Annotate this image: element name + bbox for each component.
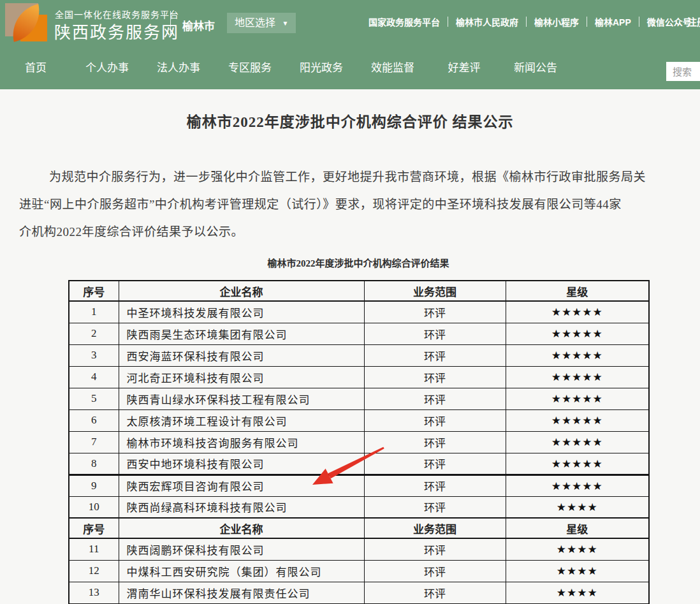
top-links: 国家政务服务平台榆林市人民政府榆林小程序榆林APP微信公众号 [368,15,692,28]
company-name: 太原核清环境工程设计有限公司 [119,409,364,431]
site-header: 全国一体化在线政务服务平台 陕西政务服务网 榆林市 地区选择 ▼ 国家政务服务平… [0,0,700,89]
table-row: 9陕西宏辉项目咨询有限公司环评★★★★★ [69,475,649,496]
table-caption: 榆林市2022年度涉批中介机构综合评价结果 [68,256,648,269]
region-selector-button[interactable]: 地区选择 ▼ [227,13,296,33]
top-link-2[interactable]: 榆林小程序 [534,15,579,28]
table-row: 12中煤科工西安研究院（集团）有限公司环评★★★★ [69,560,649,582]
company-name: 中圣环境科技发展有限公司 [119,301,364,323]
region-selector-label: 地区选择 [235,17,275,28]
star-rating: ★★★★ [506,496,649,518]
star-rating: ★★★★★ [506,409,649,431]
site-logo [5,3,47,41]
row-number: 9 [69,475,119,496]
company-name: 西安海蓝环保科技有限公司 [119,344,364,366]
table-row: 5陕西青山绿水环保科技工程有限公司环评★★★★★ [69,388,649,409]
top-link-0[interactable]: 国家政务服务平台 [368,15,440,28]
star-rating: ★★★★ [506,582,649,603]
table-header-row: 序号企业名称业务范围星级 [69,281,649,301]
row-number: 7 [69,431,119,453]
business-scope: 环评 [364,582,506,603]
table-row: 8西安中地环境科技有限公司环评★★★★★ [69,453,649,475]
top-link-3[interactable]: 榆林APP [595,15,631,28]
register-link[interactable]: 注册 [687,15,700,28]
star-rating: ★★★★★ [506,388,649,409]
company-name: 渭南华山环保科技发展有限责任公司 [119,582,364,603]
row-number: 8 [69,453,119,475]
column-header-3: 星级 [506,281,649,301]
table-row: 1中圣环境科技发展有限公司环评★★★★★ [69,301,649,323]
nav-item-2[interactable]: 法人办事 [143,49,214,89]
business-scope: 环评 [364,323,506,344]
chevron-down-icon: ▼ [282,20,288,27]
business-scope: 环评 [364,301,506,323]
paragraph-line: 进驻“网上中介服务超市”中介机构考评管理规定（试行）》要求，现将评定的中圣环境科… [19,191,700,218]
row-number: 3 [69,344,119,366]
nav-item-7[interactable]: 新闻公告 [500,49,571,89]
nav-item-0[interactable]: 首页 [0,49,71,89]
table-row: 11陕西阔鹏环保科技有限公司环评★★★★ [69,538,649,560]
nav-item-1[interactable]: 个人办事 [71,49,143,89]
business-scope: 环评 [364,409,506,431]
table-row: 10陕西尚绿高科环境科技有限公司环评★★★★ [69,496,649,518]
table-row: 13渭南华山环保科技发展有限责任公司环评★★★★ [69,582,649,603]
star-rating: ★★★★★ [506,475,649,496]
row-number: 4 [69,366,119,388]
company-name: 中煤科工西安研究院（集团）有限公司 [119,560,364,582]
row-number: 13 [69,582,119,603]
search-input[interactable] [666,62,700,81]
table-row: 7榆林市环境科技咨询服务有限公司环评★★★★★ [69,431,649,453]
star-rating: ★★★★★ [506,453,649,475]
star-rating: ★★★★★ [506,301,649,323]
site-name: 陕西政务服务网 [54,19,179,43]
business-scope: 环评 [364,366,506,388]
announcement-paragraph: 为规范中介服务行为，进一步强化中介监管工作，更好地提升我市营商环境，根据《榆林市… [19,163,700,246]
nav-item-4[interactable]: 阳光政务 [286,49,357,89]
company-name: 西安中地环境科技有限公司 [119,453,364,475]
paragraph-line: 介机构2022年度综合评价结果予以公示。 [19,218,700,246]
column-header-2: 业务范围 [364,518,506,538]
table-row: 4河北奇正环境科技有限公司环评★★★★★ [69,366,649,388]
table-header-row: 序号企业名称业务范围星级 [69,518,649,538]
business-scope: 环评 [364,431,506,453]
column-header-1: 企业名称 [119,518,364,538]
star-rating: ★★★★ [506,560,649,582]
column-header-2: 业务范围 [364,281,506,301]
row-number: 10 [69,496,119,518]
column-header-3: 星级 [506,518,649,538]
top-link-4[interactable]: 微信公众号 [647,15,692,28]
company-name: 陕西青山绿水环保科技工程有限公司 [119,388,364,409]
nav-item-3[interactable]: 专区服务 [214,49,286,89]
company-name: 陕西尚绿高科环境科技有限公司 [119,496,364,518]
link-separator [639,17,639,27]
column-header-0: 序号 [69,281,119,301]
nav-item-5[interactable]: 效能监督 [357,49,428,89]
row-number: 12 [69,560,119,582]
business-scope: 环评 [364,475,506,496]
page-title: 榆林市2022年度涉批中介机构综合评价 结果公示 [0,110,700,131]
nav-item-6[interactable]: 好差评 [428,49,500,89]
company-name: 榆林市环境科技咨询服务有限公司 [119,431,364,453]
main-nav: 首页个人办事法人办事专区服务阳光政务效能监督好差评新闻公告 [0,49,700,89]
column-header-0: 序号 [69,518,119,538]
results-table-body: 序号企业名称业务范围星级1中圣环境科技发展有限公司环评★★★★★2陕西雨昊生态环… [69,281,649,604]
link-separator [526,17,527,27]
star-rating: ★★★★ [506,538,649,560]
company-name: 河北奇正环境科技有限公司 [119,366,364,388]
link-separator [448,17,448,27]
company-name: 陕西阔鹏环保科技有限公司 [119,538,364,560]
platform-tagline: 全国一体化在线政务服务平台 [55,8,179,20]
row-number: 6 [69,409,119,431]
search-box [666,62,700,81]
company-name: 陕西宏辉项目咨询有限公司 [119,475,364,496]
table-row: 6太原核清环境工程设计有限公司环评★★★★★ [69,409,649,431]
results-table: 序号企业名称业务范围星级1中圣环境科技发展有限公司环评★★★★★2陕西雨昊生态环… [68,280,650,604]
star-rating: ★★★★★ [506,344,649,366]
business-scope: 环评 [364,453,506,475]
row-number: 2 [69,323,119,344]
article: 榆林市2022年度涉批中介机构综合评价 结果公示 为规范中介服务行为，进一步强化… [0,110,700,604]
table-row: 3西安海蓝环保科技有限公司环评★★★★★ [69,344,649,366]
business-scope: 环评 [364,560,506,582]
top-link-1[interactable]: 榆林市人民政府 [456,15,518,28]
row-number: 1 [69,301,119,323]
star-rating: ★★★★★ [506,323,649,344]
